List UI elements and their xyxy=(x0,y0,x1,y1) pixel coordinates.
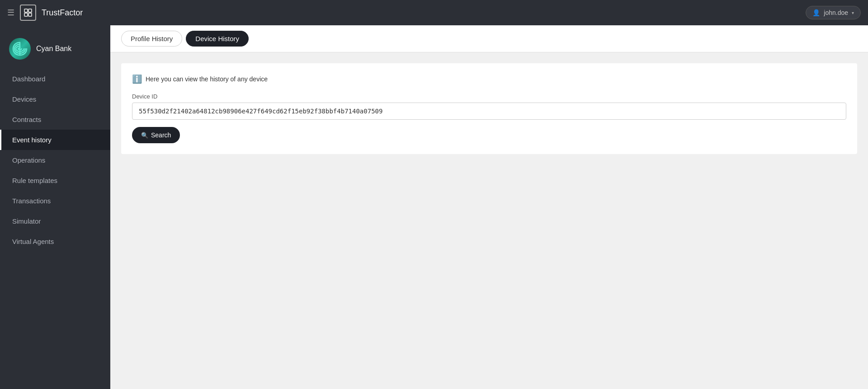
navbar: ☰ TrustFactor 👤 john.doe ▾ xyxy=(0,0,868,25)
app-title: TrustFactor xyxy=(42,8,83,18)
sidebar-item-event-history[interactable]: Event history xyxy=(0,130,110,150)
svg-rect-2 xyxy=(24,13,28,16)
user-label: john.doe xyxy=(824,9,848,16)
sidebar-item-dashboard[interactable]: Dashboard xyxy=(0,69,110,89)
info-message: Here you can view the history of any dev… xyxy=(146,75,268,83)
org-logo xyxy=(9,38,31,60)
svg-rect-1 xyxy=(28,9,32,12)
search-icon: 🔍 xyxy=(141,132,148,139)
sidebar-item-operations[interactable]: Operations xyxy=(0,150,110,170)
sidebar-item-transactions[interactable]: Transactions xyxy=(0,191,110,211)
tab-profile-history[interactable]: Profile History xyxy=(121,31,182,47)
info-icon: ℹ️ xyxy=(132,74,142,84)
content-area: Profile History Device History ℹ️ Here y… xyxy=(110,25,868,389)
sidebar-item-simulator[interactable]: Simulator xyxy=(0,211,110,231)
content-card: ℹ️ Here you can view the history of any … xyxy=(121,63,857,154)
app-logo xyxy=(20,5,36,21)
sidebar: Cyan Bank Dashboard Devices Contracts Ev… xyxy=(0,25,110,389)
device-id-input[interactable] xyxy=(132,103,846,120)
page-content: ℹ️ Here you can view the history of any … xyxy=(110,52,868,389)
main-layout: Cyan Bank Dashboard Devices Contracts Ev… xyxy=(0,25,868,389)
user-menu[interactable]: 👤 john.doe ▾ xyxy=(806,6,861,19)
sidebar-item-virtual-agents[interactable]: Virtual Agents xyxy=(0,231,110,252)
svg-rect-0 xyxy=(24,9,28,12)
chevron-down-icon: ▾ xyxy=(852,10,854,15)
org-header: Cyan Bank xyxy=(0,33,110,69)
org-name: Cyan Bank xyxy=(36,45,71,53)
svg-rect-3 xyxy=(28,13,32,16)
device-id-label: Device ID xyxy=(132,93,846,100)
sidebar-item-rule-templates[interactable]: Rule templates xyxy=(0,170,110,191)
info-banner: ℹ️ Here you can view the history of any … xyxy=(132,74,846,84)
tab-device-history[interactable]: Device History xyxy=(186,31,249,47)
hamburger-icon[interactable]: ☰ xyxy=(7,8,14,18)
tab-bar: Profile History Device History xyxy=(110,25,868,52)
search-button[interactable]: 🔍 Search xyxy=(132,127,180,143)
navbar-left: ☰ TrustFactor xyxy=(7,5,83,21)
sidebar-item-devices[interactable]: Devices xyxy=(0,89,110,109)
user-icon: 👤 xyxy=(812,9,820,16)
sidebar-item-contracts[interactable]: Contracts xyxy=(0,109,110,130)
